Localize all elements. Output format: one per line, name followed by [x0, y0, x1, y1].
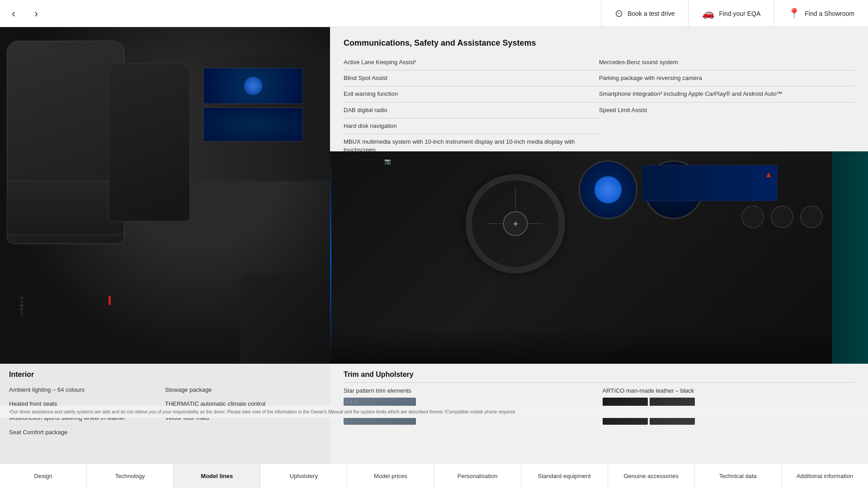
- interior-item: Seat Comfort package: [9, 426, 165, 439]
- interior-car-image-left: AIRBAG: [0, 27, 330, 364]
- right-column: Communications, Safety and Assistance Sy…: [330, 27, 868, 364]
- interior-item: Stowage package: [165, 383, 321, 397]
- bottom-nav-item-model-lines[interactable]: Model lines: [174, 464, 260, 488]
- interior-item: Ambient lighting – 64 colours: [9, 383, 165, 397]
- features-grid: Active Lane Keeping Assist¹Blind Spot As…: [344, 55, 854, 151]
- bottom-nav-item-genuine-accessories[interactable]: Genuine accessories: [608, 464, 695, 488]
- feature-item: Hard disk navigation: [344, 118, 599, 134]
- trim-leather-label: ARTICO man-made leather – black: [603, 387, 855, 394]
- feature-item: Active Lane Keeping Assist¹: [344, 55, 599, 70]
- find-eqa-button[interactable]: 🚗 Find your EQA: [688, 0, 774, 27]
- upper-area: AIRBAG Communications, Safety and Assist…: [0, 27, 868, 364]
- feature-item: Speed Limit Assist: [599, 103, 854, 118]
- feature-item: DAB digital radio: [344, 103, 599, 118]
- bottom-nav-item-model-prices[interactable]: Model prices: [347, 464, 434, 488]
- book-test-drive-button[interactable]: ⊙ Book a test drive: [601, 0, 688, 27]
- feature-item: Exit warning function: [344, 86, 599, 102]
- feature-item: MBUX multimedia system with 10-inch inst…: [344, 134, 599, 151]
- feature-item: Smartphone integration² including Apple …: [599, 86, 854, 102]
- feature-item: Mercedes-Benz sound system: [599, 55, 854, 70]
- feature-item: Parking package with reversing camera: [599, 70, 854, 86]
- header: ‹ › ⊙ Book a test drive 🚗 Find your EQA …: [0, 0, 868, 27]
- find-showroom-label: Find a Showroom: [805, 10, 854, 17]
- bottom-nav-item-upholstery[interactable]: Upholstery: [260, 464, 347, 488]
- find-eqa-label: Find your EQA: [719, 10, 760, 17]
- bottom-nav-item-technology[interactable]: Technology: [87, 464, 174, 488]
- communications-panel: Communications, Safety and Assistance Sy…: [330, 27, 868, 151]
- main-content: AIRBAG Communications, Safety and Assist…: [0, 27, 868, 463]
- interior-title: Interior: [9, 371, 321, 379]
- book-test-drive-label: Book a test drive: [627, 10, 675, 17]
- arrow-right-button[interactable]: ›: [27, 5, 45, 23]
- trim-title: Trim and Upholstery: [344, 371, 854, 383]
- car-icon: 🚗: [702, 8, 714, 19]
- left-column: AIRBAG: [0, 27, 330, 364]
- bottom-nav-item-standard-equipment[interactable]: Standard equipment: [521, 464, 608, 488]
- find-showroom-button[interactable]: 📍 Find a Showroom: [774, 0, 868, 27]
- steering-wheel-icon: ⊙: [615, 8, 623, 19]
- bottom-nav-item-design[interactable]: Design: [0, 464, 87, 488]
- features-right-column: Mercedes-Benz sound systemParking packag…: [599, 55, 854, 151]
- feature-item: Blind Spot Assist: [344, 70, 599, 86]
- arrow-left-button[interactable]: ‹: [5, 5, 23, 23]
- bottom-nav-item-personalisation[interactable]: Personalisation: [434, 464, 521, 488]
- bottom-nav: DesignTechnologyModel linesUpholsteryMod…: [0, 463, 868, 488]
- bottom-nav-item-additional-information[interactable]: Additional information: [782, 464, 868, 488]
- interior-car-image-right: ✦ 12:00 ▲: [330, 151, 868, 364]
- footnote: ¹Our driver assistance and safety system…: [0, 406, 868, 418]
- location-icon: 📍: [788, 8, 800, 19]
- header-nav: ⊙ Book a test drive 🚗 Find your EQA 📍 Fi…: [601, 0, 868, 27]
- communications-title: Communications, Safety and Assistance Sy…: [344, 38, 854, 48]
- features-left-column: Active Lane Keeping Assist¹Blind Spot As…: [344, 55, 599, 151]
- trim-star-label: Star pattern trim elements: [344, 387, 596, 394]
- bottom-nav-item-technical-data[interactable]: Technical data: [695, 464, 782, 488]
